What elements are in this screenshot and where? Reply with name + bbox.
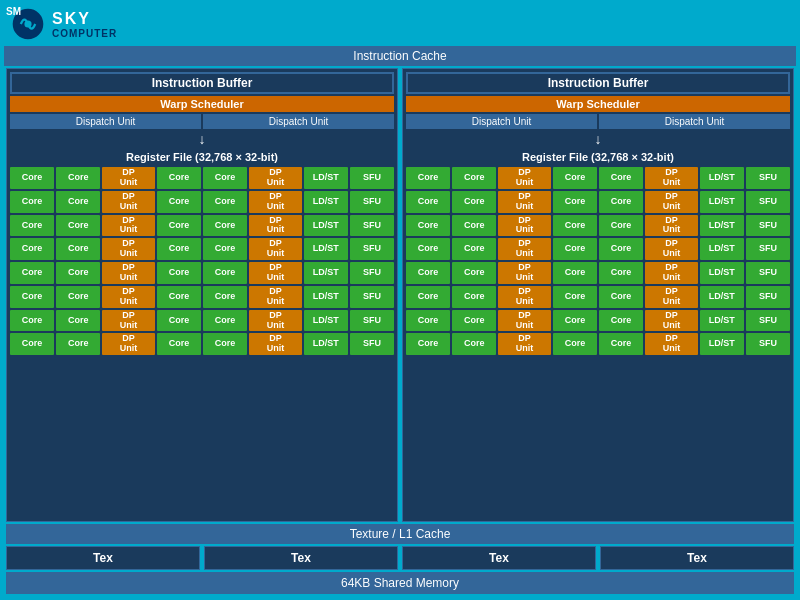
core-cell: Core [553, 191, 597, 213]
core-cell: Core [599, 167, 643, 189]
logo-computer: COMPUTER [52, 28, 117, 39]
dp-unit-cell: DPUnit [102, 167, 155, 189]
dp-unit-cell: DPUnit [645, 191, 698, 213]
core-cell: Core [553, 167, 597, 189]
ldst-cell: LD/ST [304, 286, 348, 308]
core-cell: Core [56, 191, 100, 213]
dp-unit-cell: DPUnit [498, 215, 551, 237]
core-cell: Core [452, 310, 496, 332]
dp-unit-cell: DPUnit [498, 310, 551, 332]
core-cell: Core [599, 215, 643, 237]
core-cell: Core [203, 167, 247, 189]
texture-cache-bar: Texture / L1 Cache [6, 524, 794, 544]
shared-memory-bar: 64KB Shared Memory [6, 572, 794, 594]
tex-unit-4: Tex [600, 546, 794, 570]
left-dispatch-row: Dispatch Unit Dispatch Unit [10, 114, 394, 129]
svg-point-1 [24, 20, 31, 27]
core-cell: Core [406, 333, 450, 355]
core-cell: Core [452, 286, 496, 308]
core-cell: Core [406, 238, 450, 260]
sfu-cell: SFU [350, 191, 394, 213]
dp-unit-cell: DPUnit [249, 286, 302, 308]
core-cell: Core [599, 286, 643, 308]
ldst-cell: LD/ST [700, 191, 744, 213]
core-cell: Core [452, 333, 496, 355]
left-warp-scheduler: Warp Scheduler [10, 96, 394, 112]
dp-unit-cell: DPUnit [249, 191, 302, 213]
dp-unit-cell: DPUnit [249, 262, 302, 284]
dp-unit-cell: DPUnit [645, 286, 698, 308]
sfu-cell: SFU [350, 215, 394, 237]
ldst-cell: LD/ST [700, 310, 744, 332]
sfu-cell: SFU [746, 333, 790, 355]
dp-unit-cell: DPUnit [645, 238, 698, 260]
core-cell: Core [56, 333, 100, 355]
dp-unit-cell: DPUnit [102, 191, 155, 213]
core-cell: Core [406, 167, 450, 189]
core-cell: Core [56, 286, 100, 308]
core-cell: Core [452, 238, 496, 260]
core-cell: Core [157, 310, 201, 332]
core-cell: Core [452, 191, 496, 213]
dp-unit-cell: DPUnit [102, 310, 155, 332]
dp-unit-cell: DPUnit [645, 262, 698, 284]
table-row: Core Core DPUnit Core Core DPUnit LD/ST … [406, 262, 790, 284]
core-cell: Core [157, 215, 201, 237]
core-cell: Core [56, 215, 100, 237]
core-cell: Core [406, 191, 450, 213]
core-cell: Core [452, 262, 496, 284]
sfu-cell: SFU [746, 191, 790, 213]
core-cell: Core [406, 286, 450, 308]
sm-container: SM SKY COMPUTER Instruction Cache Instru… [0, 0, 800, 600]
table-row: Core Core DPUnit Core Core DPUnit LD/ST … [406, 167, 790, 189]
tex-unit-1: Tex [6, 546, 200, 570]
core-cell: Core [56, 310, 100, 332]
dp-unit-cell: DPUnit [249, 238, 302, 260]
table-row: Core Core DPUnit Core Core DPUnit LD/ST … [10, 286, 394, 308]
dp-unit-cell: DPUnit [102, 238, 155, 260]
core-cell: Core [203, 333, 247, 355]
dp-unit-cell: DPUnit [498, 333, 551, 355]
core-cell: Core [599, 262, 643, 284]
table-row: Core Core DPUnit Core Core DPUnit LD/ST … [10, 191, 394, 213]
sfu-cell: SFU [350, 238, 394, 260]
dp-unit-cell: DPUnit [249, 215, 302, 237]
core-cell: Core [10, 238, 54, 260]
dp-unit-cell: DPUnit [102, 333, 155, 355]
left-dispatch-arrow: ↓ [10, 131, 394, 147]
core-cell: Core [553, 215, 597, 237]
sfu-cell: SFU [746, 286, 790, 308]
dp-unit-cell: DPUnit [498, 238, 551, 260]
core-cell: Core [56, 262, 100, 284]
ldst-cell: LD/ST [700, 286, 744, 308]
right-unit: Instruction Buffer Warp Scheduler Dispat… [402, 68, 794, 522]
core-cell: Core [157, 191, 201, 213]
ldst-cell: LD/ST [700, 238, 744, 260]
table-row: Core Core DPUnit Core Core DPUnit LD/ST … [406, 333, 790, 355]
right-instruction-buffer: Instruction Buffer [406, 72, 790, 94]
dp-unit-cell: DPUnit [102, 286, 155, 308]
ldst-cell: LD/ST [304, 215, 348, 237]
core-cell: Core [10, 191, 54, 213]
sfu-cell: SFU [350, 310, 394, 332]
core-cell: Core [157, 286, 201, 308]
core-cell: Core [452, 167, 496, 189]
tex-row: Tex Tex Tex Tex [6, 546, 794, 570]
dp-unit-cell: DPUnit [645, 310, 698, 332]
left-unit: Instruction Buffer Warp Scheduler Dispat… [6, 68, 398, 522]
dp-unit-cell: DPUnit [498, 191, 551, 213]
logo-text: SKY COMPUTER [52, 10, 117, 39]
ldst-cell: LD/ST [304, 262, 348, 284]
sfu-cell: SFU [350, 333, 394, 355]
sfu-cell: SFU [350, 167, 394, 189]
sfu-cell: SFU [350, 262, 394, 284]
core-cell: Core [157, 238, 201, 260]
table-row: Core Core DPUnit Core Core DPUnit LD/ST … [406, 238, 790, 260]
core-cell: Core [203, 310, 247, 332]
left-instruction-buffer: Instruction Buffer [10, 72, 394, 94]
left-dispatch-unit-2: Dispatch Unit [203, 114, 394, 129]
core-cell: Core [406, 310, 450, 332]
core-cell: Core [406, 215, 450, 237]
ldst-cell: LD/ST [304, 310, 348, 332]
core-cell: Core [599, 238, 643, 260]
